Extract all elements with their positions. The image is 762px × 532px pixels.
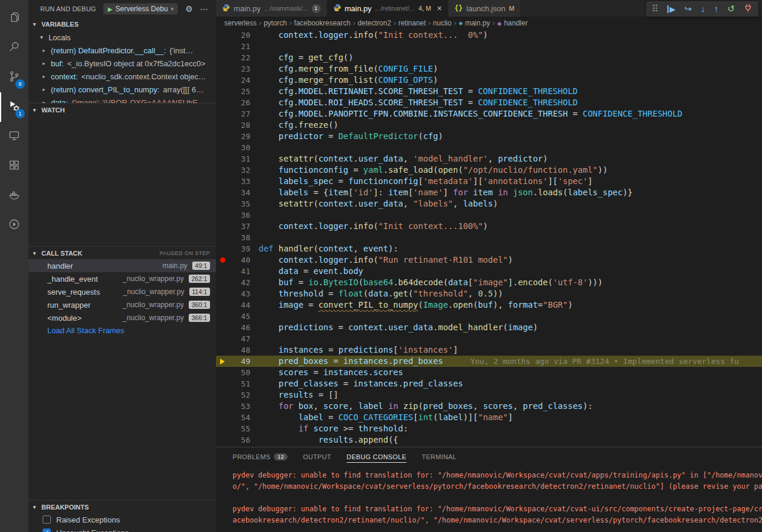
code-line[interactable]: 46 predictions = context.user_data.model…	[216, 322, 762, 333]
gutter-margin[interactable]	[216, 243, 229, 254]
code-line[interactable]: 45	[216, 311, 762, 322]
gutter-margin[interactable]	[216, 299, 229, 311]
code-line[interactable]: 41 data = event.body	[216, 266, 762, 277]
drag-grip[interactable]: ⠿	[652, 4, 658, 14]
code-line[interactable]: 39def handler(context, event):	[216, 243, 762, 254]
breadcrumb-item-main.py[interactable]: ◆main.py	[459, 19, 490, 27]
activity-item-run-and-debug[interactable]: 1	[0, 92, 28, 122]
editor-tab-launch.json[interactable]: {}launch.jsonM	[448, 0, 521, 17]
debug-step-into-button[interactable]: ↓	[700, 4, 705, 14]
panel-tab-terminal[interactable]: TERMINAL	[422, 447, 457, 466]
gutter-margin[interactable]	[216, 63, 229, 75]
debug-config-dropdown[interactable]: ▶ Serverless Debu ▾	[103, 3, 178, 15]
gutter-margin[interactable]	[216, 108, 229, 120]
activity-item-search[interactable]	[0, 33, 28, 63]
activity-item-source-control[interactable]: 8	[0, 63, 28, 92]
gutter-margin[interactable]	[216, 288, 229, 299]
gutter-margin[interactable]	[216, 198, 229, 209]
stack-frame[interactable]: serve_requests_nuclio_wrapper.py114:1	[28, 285, 216, 298]
breadcrumb-item-retinanet[interactable]: retinanet	[398, 19, 426, 27]
watch-section-header[interactable]: ▾ WATCH	[28, 103, 216, 116]
gutter-margin[interactable]	[216, 423, 229, 434]
code-line[interactable]: 55 if score >= threshold:	[216, 423, 762, 434]
gutter-margin[interactable]	[216, 367, 229, 378]
code-line[interactable]: 37 context.logger.info("Init context...1…	[216, 221, 762, 232]
code-line[interactable]: 54 label = COCO_CATEGORIES[int(label)]["…	[216, 412, 762, 423]
gutter-margin[interactable]	[216, 86, 229, 97]
gutter-margin[interactable]	[216, 322, 229, 333]
code-line[interactable]: 20 context.logger.info("Init context... …	[216, 30, 762, 41]
activity-item-run-circle[interactable]	[0, 211, 28, 240]
code-line[interactable]: 38	[216, 232, 762, 243]
gutter-margin[interactable]	[216, 209, 229, 221]
gear-icon[interactable]: ⚙	[185, 4, 193, 14]
current-line-arrow-icon[interactable]	[216, 356, 229, 367]
code-line[interactable]: 32 functionconfig = yaml.safe_load(open(…	[216, 165, 762, 176]
code-line[interactable]: 23 cfg.merge_from_file(CONFIG_FILE)	[216, 63, 762, 75]
code-line[interactable]: 40 context.logger.info("Run retinanet-R1…	[216, 254, 762, 266]
breadcrumb-item-handler[interactable]: ◈handler	[497, 19, 528, 27]
gutter-margin[interactable]	[216, 120, 229, 131]
variable-row[interactable]: ▸context:<nuclio_sdk.context.Context obj…	[28, 70, 216, 83]
panel-tab-problems[interactable]: PROBLEMS12	[233, 447, 288, 466]
close-icon[interactable]: ×	[437, 4, 442, 13]
code-line[interactable]: 48 instances = predictions['instances']	[216, 344, 762, 356]
gutter-margin[interactable]	[216, 221, 229, 232]
code-line[interactable]: 43 threshold = float(data.get("threshold…	[216, 288, 762, 299]
gutter-margin[interactable]	[216, 333, 229, 344]
gutter-margin[interactable]	[216, 52, 229, 63]
gutter-margin[interactable]	[216, 187, 229, 198]
gutter-margin[interactable]	[216, 412, 229, 423]
code-line[interactable]: 35 setattr(context.user_data, "labels", …	[216, 198, 762, 209]
code-line[interactable]: 33 labels_spec = functionconfig['metadat…	[216, 176, 762, 187]
gutter-margin[interactable]	[216, 311, 229, 322]
code-line[interactable]: 29 predictor = DefaultPredictor(cfg)	[216, 131, 762, 142]
breadcrumb-item-serverless[interactable]: serverless	[224, 19, 257, 27]
code-line[interactable]: 56 results.append({	[216, 434, 762, 446]
gutter-margin[interactable]	[216, 165, 229, 176]
checkbox[interactable]: ✓	[43, 528, 51, 532]
code-line[interactable]: 34 labels = {item['id']: item['name'] fo…	[216, 187, 762, 198]
code-line[interactable]: 52 results = []	[216, 389, 762, 401]
code-line[interactable]: 22 cfg = get_cfg()	[216, 52, 762, 63]
gutter-margin[interactable]	[216, 232, 229, 243]
breakpoint-row[interactable]: ✓Uncaught Exceptions	[28, 526, 216, 532]
code-line[interactable]: 30	[216, 142, 762, 153]
activity-item-explorer[interactable]	[0, 4, 28, 33]
code-line[interactable]: 47	[216, 333, 762, 344]
variable-row[interactable]: ▸buf:<_io.BytesIO object at 0x7f5a2dc1ec…	[28, 57, 216, 70]
panel-tab-output[interactable]: OUTPUT	[303, 447, 331, 466]
code-line[interactable]: 31 setattr(context.user_data, 'model_han…	[216, 153, 762, 165]
debug-continue-button[interactable]: ▶	[667, 5, 676, 13]
checkbox[interactable]	[43, 515, 51, 524]
code-line[interactable]: 50 scores = instances.scores	[216, 367, 762, 378]
debug-disconnect-button[interactable]	[744, 4, 753, 14]
gutter-margin[interactable]	[216, 75, 229, 86]
gutter-margin[interactable]	[216, 153, 229, 165]
gutter-margin[interactable]	[216, 142, 229, 153]
activity-item-extensions[interactable]	[0, 151, 28, 181]
breadcrumb-item-detectron2[interactable]: detectron2	[357, 19, 391, 27]
variable-row[interactable]: ▸(return) DefaultPredictor.__call__:{'in…	[28, 44, 216, 57]
gutter-margin[interactable]	[216, 131, 229, 142]
stack-frame[interactable]: _handle_event_nuclio_wrapper.py262:1	[28, 272, 216, 285]
debug-step-out-button[interactable]: ↑	[714, 4, 719, 14]
gutter-margin[interactable]	[216, 401, 229, 412]
breakpoints-section-header[interactable]: ▾ BREAKPOINTS	[28, 500, 216, 513]
code-line[interactable]: 25 cfg.MODEL.RETINANET.SCORE_THRESH_TEST…	[216, 86, 762, 97]
gutter-margin[interactable]	[216, 434, 229, 446]
start-debugging-icon[interactable]: ▶	[108, 6, 112, 12]
editor-tab-main.py[interactable]: main.py.../siammask/...1	[216, 0, 327, 17]
editor-tab-main.py[interactable]: main.py.../retinanet/...4, M×	[327, 0, 448, 17]
stack-frame[interactable]: run_wrapper_nuclio_wrapper.py360:1	[28, 298, 216, 311]
gutter-margin[interactable]	[216, 41, 229, 52]
code-line[interactable]: 21	[216, 41, 762, 52]
gutter-margin[interactable]	[216, 97, 229, 108]
gutter-margin[interactable]	[216, 266, 229, 277]
breakpoint-icon[interactable]	[216, 254, 229, 266]
code-line[interactable]: 24 cfg.merge_from_list(CONFIG_OPTS)	[216, 75, 762, 86]
stack-frame[interactable]: handlermain.py49:1	[28, 259, 216, 272]
code-line[interactable]: 53 for box, score, label in zip(pred_box…	[216, 401, 762, 412]
code-line[interactable]: 36	[216, 209, 762, 221]
code-line[interactable]: 44 image = convert_PIL_to_numpy(Image.op…	[216, 299, 762, 311]
